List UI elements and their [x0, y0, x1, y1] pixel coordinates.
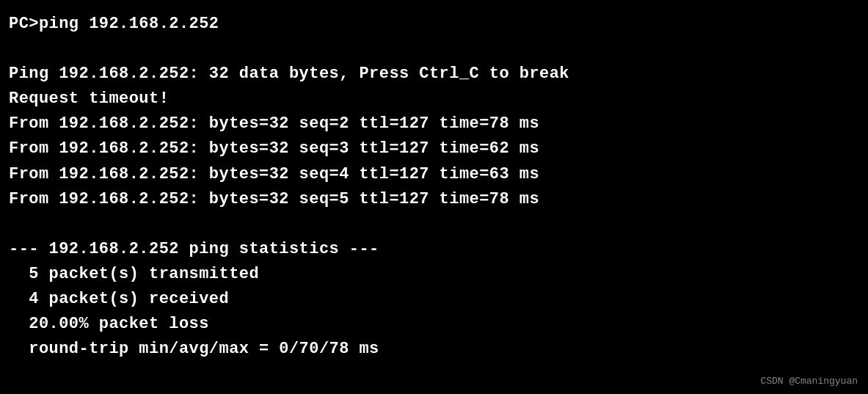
terminal-line: From 192.168.2.252: bytes=32 seq=5 ttl=1…	[9, 187, 859, 212]
terminal-line: From 192.168.2.252: bytes=32 seq=4 ttl=1…	[9, 162, 859, 187]
terminal-window: PC>ping 192.168.2.252 Ping 192.168.2.252…	[0, 0, 868, 394]
terminal-line: From 192.168.2.252: bytes=32 seq=3 ttl=1…	[9, 136, 859, 161]
terminal-line	[9, 37, 859, 62]
terminal-line: PC>ping 192.168.2.252	[9, 12, 859, 37]
terminal-line: --- 192.168.2.252 ping statistics ---	[9, 237, 859, 262]
terminal-line: Ping 192.168.2.252: 32 data bytes, Press…	[9, 62, 859, 87]
terminal-line: 5 packet(s) transmitted	[9, 262, 859, 287]
watermark: CSDN @Cmaningyuan	[760, 376, 858, 387]
terminal-line: round-trip min/avg/max = 0/70/78 ms	[9, 337, 859, 362]
terminal-line: 4 packet(s) received	[9, 287, 859, 312]
terminal-line: 20.00% packet loss	[9, 312, 859, 337]
terminal-line: From 192.168.2.252: bytes=32 seq=2 ttl=1…	[9, 112, 859, 136]
terminal-line: Request timeout!	[9, 87, 859, 112]
terminal-line	[9, 212, 859, 237]
